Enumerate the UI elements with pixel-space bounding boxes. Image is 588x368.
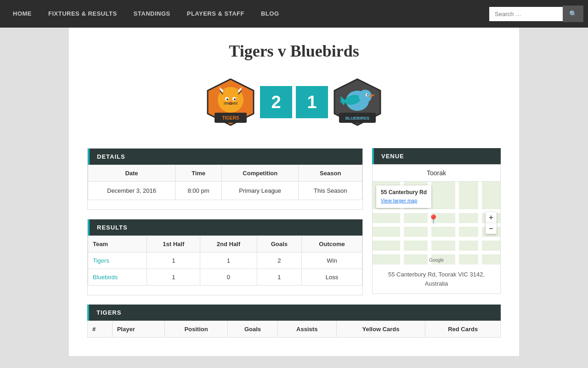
tigers-logo: TIGERS	[205, 77, 256, 127]
svg-point-23	[359, 90, 372, 103]
res-bluebirds-outcome: Loss	[302, 269, 362, 286]
results-header: RESULTS	[88, 219, 362, 236]
res-col-outcome: Outcome	[302, 236, 362, 253]
res-bluebirds-goals: 1	[257, 269, 301, 286]
tigers-section-header: TIGERS	[87, 305, 501, 321]
res-tigers-half2: 1	[200, 253, 257, 269]
col-date: Date	[88, 165, 175, 182]
col-time: Time	[175, 165, 222, 182]
bluebirds-logo: BLUEBIRDS	[332, 77, 383, 127]
details-table: Date Time Competition Season December 3,…	[88, 165, 362, 200]
venue-map: 📍 55 Canterbury Rd View larger map + − G…	[373, 182, 500, 264]
col-competition: Competition	[221, 165, 298, 182]
col-goals: Goals	[228, 321, 278, 338]
map-google-label: Google	[429, 258, 444, 263]
nav-blog[interactable]: BLOG	[253, 0, 288, 28]
res-bluebirds-half2: 0	[200, 269, 257, 286]
map-overlay: 55 Canterbury Rd View larger map	[376, 185, 431, 208]
bluebirds-link[interactable]: Bluebirds	[93, 274, 118, 281]
svg-text:TIGERS: TIGERS	[222, 115, 239, 121]
nav-players[interactable]: PLAYERS & STAFF	[179, 0, 253, 28]
tigers-link[interactable]: Tigers	[93, 257, 109, 264]
res-team-tigers: Tigers	[88, 253, 147, 269]
tigers-section: TIGERS # Player Position Goals Assists Y…	[87, 305, 501, 338]
res-team-bluebirds: Bluebirds	[88, 269, 147, 286]
detail-date: December 3, 2016	[88, 182, 175, 200]
svg-text:BLUEBIRDS: BLUEBIRDS	[345, 116, 370, 121]
nav-fixtures[interactable]: FIXTURES & RESULTS	[40, 0, 125, 28]
search-icon: 🔍	[569, 10, 577, 17]
map-controls: + −	[486, 212, 497, 234]
map-larger-link[interactable]: View larger map	[381, 198, 417, 203]
res-col-goals: Goals	[257, 236, 301, 253]
venue-address: 55 Canterbury Rd, Toorak VIC 3142, Austr…	[373, 264, 500, 293]
col-season: Season	[299, 165, 362, 182]
nav-links: HOME FIXTURES & RESULTS STANDINGS PLAYER…	[5, 0, 489, 28]
details-section: DETAILS Date Time Competition Season	[87, 148, 363, 210]
venue-section: VENUE Toorak 📍	[372, 148, 501, 294]
venue-header: VENUE	[372, 148, 501, 164]
map-zoom-out[interactable]: −	[486, 223, 497, 234]
res-tigers-goals: 2	[257, 253, 301, 269]
nav-standings[interactable]: STANDINGS	[125, 0, 179, 28]
col-red-cards: Red Cards	[425, 321, 501, 338]
svg-point-26	[367, 94, 368, 96]
search-button[interactable]: 🔍	[563, 6, 583, 22]
detail-time: 8:00 pm	[175, 182, 222, 200]
svg-point-13	[229, 102, 232, 104]
map-address: 55 Canterbury Rd	[381, 188, 427, 197]
page-title: Tigers v Bluebirds	[87, 41, 501, 61]
details-row: December 3, 2016 8:00 pm Primary League …	[88, 182, 362, 200]
venue-name: Toorak	[373, 165, 500, 182]
tigers-logo-container: TIGERS	[203, 75, 258, 130]
res-tigers-outcome: Win	[302, 253, 362, 269]
score-area: TIGERS 2 1	[87, 75, 501, 130]
res-col-half2: 2nd Half	[200, 236, 257, 253]
search-input[interactable]	[489, 7, 563, 21]
results-row-tigers: Tigers 1 1 2 Win	[88, 253, 362, 269]
col-yellow-cards: Yellow Cards	[336, 321, 425, 338]
svg-point-11	[226, 98, 228, 100]
results-section: RESULTS Team 1st Half 2nd Half Goals Out…	[87, 219, 363, 295]
bluebirds-logo-container: BLUEBIRDS	[330, 75, 385, 130]
detail-season: This Season	[299, 182, 362, 200]
venue-box: Toorak 📍	[372, 164, 501, 294]
res-col-half1: 1st Half	[147, 236, 200, 253]
away-score: 1	[296, 86, 328, 118]
col-position: Position	[164, 321, 227, 338]
results-table: Team 1st Half 2nd Half Goals Outcome Tig…	[88, 236, 362, 286]
results-row-bluebirds: Bluebirds 1 0 1 Loss	[88, 269, 362, 286]
detail-competition: Primary League	[221, 182, 298, 200]
home-score: 2	[260, 86, 292, 118]
tigers-table: # Player Position Goals Assists Yellow C…	[87, 321, 501, 338]
col-player: Player	[112, 321, 164, 338]
map-zoom-in[interactable]: +	[486, 212, 497, 223]
col-number: #	[88, 321, 113, 338]
col-assists: Assists	[277, 321, 336, 338]
res-bluebirds-half1: 1	[147, 269, 200, 286]
svg-point-12	[234, 98, 236, 100]
svg-point-2	[220, 92, 241, 110]
res-col-team: Team	[88, 236, 147, 253]
res-tigers-half1: 1	[147, 253, 200, 269]
map-pin: 📍	[428, 214, 439, 225]
navigation: HOME FIXTURES & RESULTS STANDINGS PLAYER…	[0, 0, 588, 28]
nav-home[interactable]: HOME	[5, 0, 40, 28]
details-header: DETAILS	[88, 149, 362, 165]
search-area: 🔍	[489, 6, 583, 22]
